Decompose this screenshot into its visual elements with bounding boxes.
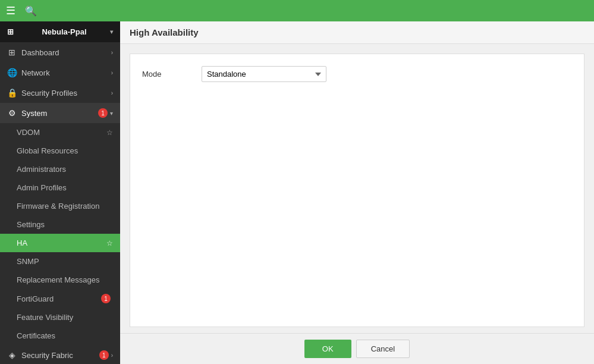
subitem-label: Global Resources [17,146,113,155]
subitem-label: Replacement Messages [17,275,113,284]
brand-icon: ⊞ [7,27,14,36]
network-icon: 🌐 [7,68,17,77]
subitem-label: Firmware & Registration [17,202,113,211]
menu-icon[interactable]: ☰ [6,4,15,17]
sidebar-item-label: Security Fabric [21,351,99,360]
subitem-label: Administrators [17,165,113,174]
sidebar-item-security-profiles[interactable]: 🔒 Security Profiles › [0,83,120,103]
mode-row: Mode Standalone Active-Active Active-Pas… [142,66,572,82]
subitem-label: Certificates [17,331,113,340]
system-icon: ⚙ [7,108,17,118]
subitem-label: FortiGuard [17,294,101,303]
subitem-label: Feature Visibility [17,313,113,322]
sidebar-subitem-global-resources[interactable]: Global Resources [0,142,120,160]
sidebar-item-label: Security Profiles [21,89,111,98]
brand-chevron-icon: ▾ [110,29,113,35]
chevron-right-icon: › [111,90,113,96]
topbar: ☰ 🔍 [0,0,594,21]
search-icon[interactable]: 🔍 [25,5,37,17]
sidebar-subitem-administrators[interactable]: Administrators [0,160,120,178]
sidebar-subitem-certificates[interactable]: Certificates [0,327,120,345]
sidebar-subitem-snmp[interactable]: SNMP [0,252,120,271]
mode-select[interactable]: Standalone Active-Active Active-Passive [202,66,326,82]
sidebar-subitem-admin-profiles[interactable]: Admin Profiles [0,178,120,197]
star-icon[interactable]: ☆ [106,239,113,247]
fortiguard-badge: 1 [101,294,111,303]
sidebar-item-label: Dashboard [21,48,111,57]
subitem-label: HA [17,239,104,247]
subitem-label: SNMP [17,257,113,266]
sidebar: ⊞ Nebula-Ppal ▾ ⊞ Dashboard › 🌐 Network … [0,21,120,364]
chevron-right-icon: › [111,70,113,76]
sidebar-item-label: System [21,109,98,118]
sidebar-item-label: Network [21,68,111,77]
star-icon[interactable]: ☆ [106,128,113,137]
dashboard-icon: ⊞ [7,48,17,57]
sidebar-item-system[interactable]: ⚙ System 1 ▾ [0,103,120,123]
footer-buttons: OK Cancel [120,333,594,364]
content-body: Mode Standalone Active-Active Active-Pas… [120,44,594,333]
system-badge: 1 [98,108,108,118]
sidebar-item-dashboard[interactable]: ⊞ Dashboard › [0,42,120,62]
main-layout: ⊞ Nebula-Ppal ▾ ⊞ Dashboard › 🌐 Network … [0,21,594,364]
sidebar-subitem-feature-visibility[interactable]: Feature Visibility [0,308,120,327]
subitem-label: Admin Profiles [17,183,113,192]
sidebar-subitem-firmware[interactable]: Firmware & Registration [0,197,120,215]
chevron-right-icon: › [111,352,113,359]
sidebar-subitem-vdom[interactable]: VDOM ☆ [0,123,120,142]
content-area: High Availability Mode Standalone Active… [120,21,594,364]
sidebar-item-security-fabric[interactable]: ◈ Security Fabric 1 › [0,345,120,364]
sidebar-subitem-replacement-messages[interactable]: Replacement Messages [0,271,120,289]
page-title: High Availability [120,21,594,44]
ok-button[interactable]: OK [304,340,351,358]
security-fabric-badge: 1 [99,350,109,360]
sidebar-item-network[interactable]: 🌐 Network › [0,62,120,83]
security-fabric-icon: ◈ [7,350,17,360]
chevron-right-icon: › [111,49,113,56]
sidebar-subitem-ha[interactable]: HA ☆ [0,234,120,252]
sidebar-subitem-fortiguard[interactable]: FortiGuard 1 [0,289,120,308]
ha-form: Mode Standalone Active-Active Active-Pas… [130,54,584,327]
security-profiles-icon: 🔒 [7,88,17,98]
sidebar-brand[interactable]: ⊞ Nebula-Ppal ▾ [0,21,120,42]
brand-label: Nebula-Ppal [42,27,86,36]
chevron-down-icon: ▾ [110,110,113,117]
subitem-label: Settings [17,220,113,229]
mode-label: Mode [142,70,202,79]
subitem-label: VDOM [17,128,104,137]
sidebar-subitem-settings[interactable]: Settings [0,215,120,234]
cancel-button[interactable]: Cancel [356,340,410,358]
